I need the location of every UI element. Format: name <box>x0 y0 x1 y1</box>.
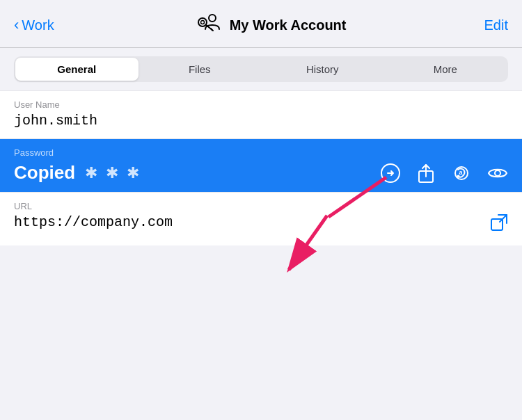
account-icon <box>192 10 223 40</box>
back-chevron-icon: ‹ <box>14 16 19 34</box>
copied-text: Copied <box>14 162 75 184</box>
url-value[interactable]: https://company.com <box>14 214 490 230</box>
password-dot-3: ✱ <box>127 164 141 182</box>
password-icons: a <box>380 163 508 184</box>
page-title: My Work Account <box>230 17 347 33</box>
username-value[interactable]: john.smith <box>14 113 508 129</box>
svg-text:a: a <box>459 169 464 176</box>
password-dot-1: ✱ <box>85 164 99 182</box>
username-label: User Name <box>14 99 508 110</box>
share-icon[interactable] <box>416 163 436 184</box>
password-left: Copied ✱ ✱ ✱ <box>14 162 141 184</box>
tabs-container: General Files History More <box>0 48 522 91</box>
copy-icon[interactable] <box>380 163 401 184</box>
external-link-icon[interactable] <box>490 213 508 236</box>
app-header: ‹ Work My Work Account Edit <box>0 0 522 48</box>
svg-point-7 <box>209 15 216 22</box>
url-label: URL <box>14 201 490 211</box>
back-label: Work <box>22 17 54 33</box>
autofill-icon[interactable]: a <box>451 163 472 184</box>
password-label: Password <box>14 147 508 158</box>
tabs-bar: General Files History More <box>14 56 508 82</box>
password-dot-2: ✱ <box>106 164 120 182</box>
eye-icon[interactable] <box>487 165 508 181</box>
url-content: URL https://company.com <box>14 201 490 230</box>
back-button[interactable]: ‹ Work <box>14 16 54 34</box>
tab-more[interactable]: More <box>384 58 507 81</box>
header-center: My Work Account <box>192 10 347 40</box>
password-row: Copied ✱ ✱ ✱ <box>14 162 508 184</box>
edit-button[interactable]: Edit <box>484 17 508 33</box>
svg-point-4 <box>200 21 204 24</box>
username-section: User Name john.smith <box>0 91 522 139</box>
tab-files[interactable]: Files <box>139 58 262 81</box>
tab-general[interactable]: General <box>15 58 139 81</box>
password-section: Password Copied ✱ ✱ ✱ <box>0 139 522 192</box>
tab-history[interactable]: History <box>261 58 384 81</box>
url-section: URL https://company.com <box>0 192 522 245</box>
svg-line-6 <box>211 29 212 31</box>
svg-point-13 <box>495 170 500 176</box>
password-dots: ✱ ✱ ✱ <box>85 164 141 182</box>
